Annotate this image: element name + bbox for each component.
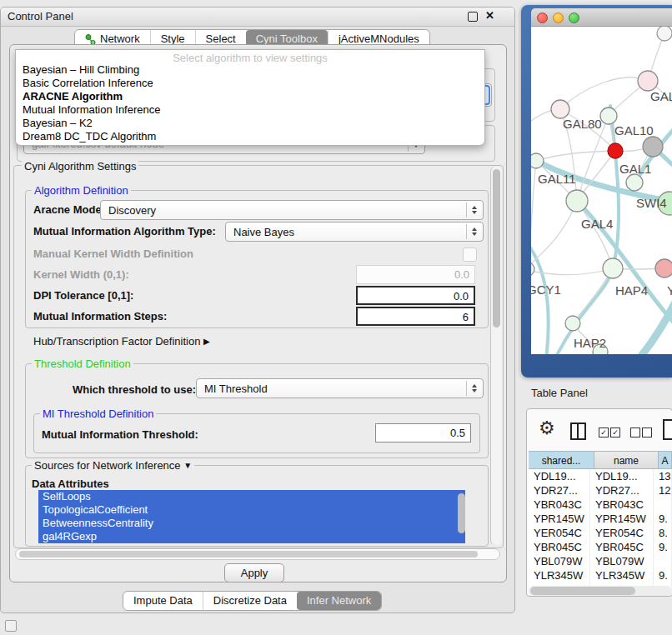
gear-icon[interactable]: ⚙ (539, 418, 555, 439)
table-cell[interactable]: YDL19... (529, 469, 590, 483)
tab-infer-network[interactable]: Infer Network (297, 592, 381, 610)
table-cell[interactable]: YBR045C (529, 540, 590, 554)
combo-stepper-icon[interactable] (466, 381, 481, 396)
network-node[interactable] (608, 143, 623, 158)
column-header-clipped[interactable]: A (659, 451, 672, 469)
network-node[interactable] (657, 27, 672, 41)
network-canvas[interactable]: GALGAL80GAL10GAL1GAL11SWI4GAL4GCY1HAP4YH… (531, 27, 672, 354)
control-panel-titlebar[interactable]: Control Panel ✕ (1, 8, 514, 27)
table-cell[interactable]: YBR043C (590, 498, 654, 512)
table-row[interactable]: YPR145WYPR145W9. (529, 512, 672, 526)
table-row[interactable]: YBR045CYBR045C9. (529, 540, 672, 554)
table-cell[interactable]: YDL19... (590, 469, 654, 483)
network-node[interactable] (603, 258, 623, 278)
combo-stepper-icon[interactable] (466, 224, 481, 239)
network-window-titlebar[interactable] (531, 8, 672, 27)
mi-threshold-field[interactable]: 0.5 (375, 423, 471, 442)
table-cell[interactable]: 13 (654, 469, 672, 483)
export-table-icon[interactable] (663, 419, 672, 440)
network-node[interactable] (551, 100, 569, 118)
mi-steps-field[interactable]: 6 (356, 307, 475, 326)
network-node[interactable] (600, 108, 617, 124)
float-window-icon[interactable] (468, 12, 478, 22)
table-cell[interactable]: 9. (654, 512, 672, 526)
table-cell[interactable]: YLR345W (590, 568, 654, 582)
table-cell[interactable]: YBR043C (529, 498, 590, 512)
zoom-traffic-icon[interactable] (569, 12, 579, 23)
table-cell[interactable]: 9. (654, 568, 672, 582)
kernel-width-field[interactable]: 0.0 (356, 265, 475, 284)
network-node[interactable] (638, 71, 658, 91)
table-row[interactable]: YDR27...YDR27...12 (529, 483, 672, 498)
table-cell[interactable]: YER054C (529, 526, 590, 540)
tab-discretize-data[interactable]: Discretize Data (203, 592, 297, 610)
column-header-name[interactable]: name (594, 451, 659, 469)
table-row[interactable]: YDL19...YDL19...13 (529, 469, 672, 483)
table-cell[interactable]: YDR27... (529, 483, 590, 498)
algorithm-option[interactable]: Mutual Information Inference (16, 103, 484, 117)
algorithm-option[interactable]: Basic Correlation Inference (16, 77, 484, 90)
dpi-tolerance-field[interactable]: 0.0 (356, 286, 475, 305)
scrollbar-thumb[interactable] (458, 493, 465, 533)
hub-definition-expander[interactable]: Hub/Transcription Factor Definition ▶ (33, 335, 210, 348)
aracne-mode-combobox[interactable]: Discovery (100, 200, 484, 220)
network-graph[interactable]: GALGAL80GAL10GAL1GAL11SWI4GAL4GCY1HAP4YH… (531, 27, 672, 354)
tab-impute-data[interactable]: Impute Data (123, 592, 203, 610)
table-cell[interactable] (654, 554, 672, 568)
network-node[interactable] (566, 190, 588, 212)
table-row[interactable]: YBR043CYBR043C (529, 498, 672, 512)
attribute-list-item[interactable]: SelfLoops (38, 490, 465, 503)
table-cell[interactable]: YBR045C (590, 540, 654, 554)
unchecked-checkbox-icon[interactable] (642, 428, 652, 438)
table-cell[interactable]: 9. (654, 540, 672, 554)
close-traffic-icon[interactable] (537, 12, 548, 23)
table-row[interactable]: YER054CYER054C8. (529, 526, 672, 540)
table-cell[interactable]: YDR27... (590, 483, 654, 498)
table-cell[interactable]: YPR145W (590, 512, 654, 526)
network-node[interactable] (626, 174, 643, 191)
algorithm-option[interactable]: Dream8 DC_TDC Algorithm (16, 130, 484, 143)
unchecked-checkbox-icon[interactable] (630, 428, 640, 438)
table-horizontal-scrollbar[interactable] (529, 586, 672, 596)
split-columns-icon[interactable] (570, 422, 586, 440)
apply-button[interactable]: Apply (224, 563, 284, 582)
algorithm-option[interactable]: ARACNE Algorithm (16, 90, 484, 103)
network-edge[interactable] (638, 303, 672, 354)
table-body[interactable]: YDL19...YDL19...13YDR27...YDR27...12YBR0… (529, 469, 672, 588)
collapsed-panel-icon[interactable] (5, 620, 17, 632)
network-node[interactable] (655, 259, 672, 278)
expander-down-icon[interactable]: ▼ (183, 461, 192, 470)
network-node[interactable] (643, 137, 663, 157)
settings-vertical-scrollbar[interactable] (490, 167, 502, 545)
table-cell[interactable]: 8. (654, 526, 672, 540)
table-row[interactable]: YBL079WYBL079W (529, 554, 672, 568)
minimize-traffic-icon[interactable] (553, 12, 564, 23)
algorithm-option[interactable]: Bayesian – K2 (16, 117, 484, 130)
mi-type-combobox[interactable]: Naive Bayes (225, 222, 484, 242)
algorithm-option[interactable]: Bayesian – Hill Climbing (16, 63, 484, 77)
which-threshold-combobox[interactable]: MI Threshold (196, 378, 484, 398)
sources-group-title[interactable]: Sources for Network Inference ▼ (32, 459, 194, 472)
data-attributes-list[interactable]: SelfLoopsTopologicalCoefficientBetweenne… (38, 490, 465, 543)
manual-kernel-checkbox[interactable] (463, 248, 477, 262)
network-edge[interactable] (560, 78, 648, 109)
attribute-list-item[interactable]: TopologicalCoefficient (38, 503, 465, 517)
table-cell[interactable]: YBL079W (529, 554, 590, 568)
network-node[interactable] (531, 153, 544, 168)
table-cell[interactable] (654, 498, 672, 512)
attribute-list-item[interactable]: gal4RGexp (38, 530, 465, 543)
table-cell[interactable]: 12 (654, 483, 672, 498)
table-row[interactable]: YLR345WYLR345W9. (529, 568, 672, 582)
network-node[interactable] (531, 262, 534, 276)
scrollbar-thumb[interactable] (19, 551, 478, 558)
scrollbar-thumb[interactable] (493, 169, 500, 328)
close-icon[interactable]: ✕ (485, 9, 494, 22)
settings-horizontal-scrollbar[interactable] (15, 548, 500, 560)
table-cell[interactable]: YBL079W (590, 554, 654, 568)
network-node[interactable] (565, 316, 580, 331)
column-header-shared-name[interactable]: shared... (529, 451, 594, 469)
table-cell[interactable]: YPR145W (529, 512, 590, 526)
network-edge[interactable] (536, 151, 615, 161)
attribute-list-item[interactable]: BetweennessCentrality (38, 517, 465, 530)
expander-right-icon[interactable]: ▶ (203, 337, 210, 346)
